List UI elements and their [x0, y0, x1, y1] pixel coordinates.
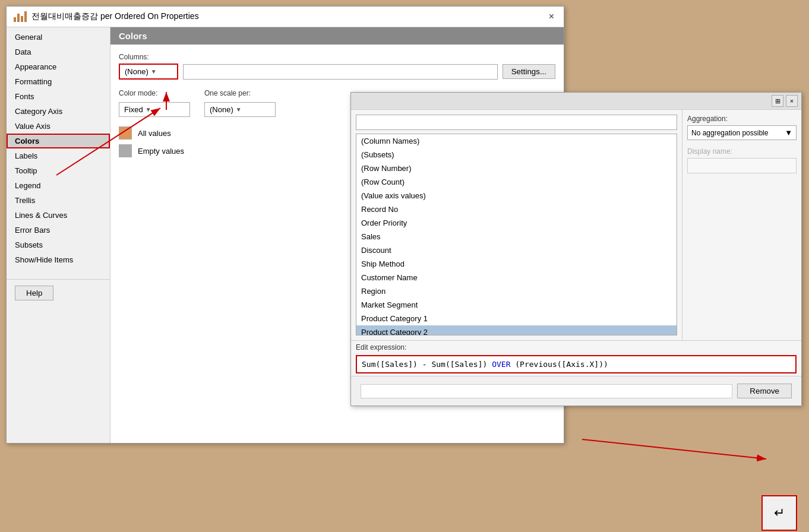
main-dialog-close-button[interactable]: × [546, 11, 557, 22]
display-name-input[interactable] [687, 158, 797, 173]
sidebar-item-fonts[interactable]: Fonts [7, 89, 110, 104]
sidebar-item-colors[interactable]: Colors [7, 134, 110, 148]
colors-section-header: Colors [110, 27, 564, 45]
bar1 [14, 17, 16, 22]
expression-bottom: Remove [356, 380, 797, 402]
list-item[interactable]: Market Segment [356, 298, 677, 312]
all-values-label: All values [138, 129, 171, 138]
list-item[interactable]: Product Category 1 [356, 312, 677, 325]
expr-part3: (Previous([Axis.X])) [510, 360, 608, 369]
sidebar-item-lines-curves[interactable]: Lines & Curves [7, 208, 110, 223]
second-dialog-body: (Column Names) (Subsets) (Row Number) (R… [351, 110, 801, 340]
list-item-selected[interactable]: Product Category 2 [356, 325, 677, 335]
sidebar-item-error-bars[interactable]: Error Bars [7, 223, 110, 238]
second-dialog-titlebar: ⊞ × [351, 93, 801, 110]
sidebar-item-legend[interactable]: Legend [7, 178, 110, 193]
sidebar-item-appearance[interactable]: Appearance [7, 59, 110, 74]
list-item[interactable]: Sales [356, 230, 677, 243]
expression-area: Edit expression: Sum([Sales]) - Sum([Sal… [351, 340, 801, 406]
one-scale-per-section: One scale per: (None) ▼ [204, 89, 276, 117]
empty-values-label: Empty values [138, 147, 184, 156]
none-label: (None) [125, 67, 148, 76]
aggregation-dropdown[interactable]: No aggregation possible ▼ [687, 125, 797, 140]
dropdown-arrow-icon: ▼ [151, 68, 172, 75]
dialog-title: 전월대비매출증감 per Ordered On Properties [31, 11, 199, 22]
nav-panel: General Data Appearance Formatting Fonts… [7, 27, 110, 443]
svg-line-3 [582, 439, 766, 459]
color-mode-dropdown[interactable]: Fixed ▼ [119, 102, 190, 117]
title-left: 전월대비매출증감 per Ordered On Properties [14, 11, 199, 22]
color-mode-value: Fixed [124, 105, 143, 114]
bar4 [24, 11, 27, 22]
settings-button[interactable]: Settings... [503, 64, 555, 79]
enter-button[interactable]: ↵ [761, 495, 797, 531]
columns-label: Columns: [119, 53, 555, 61]
close-icon: × [790, 97, 794, 104]
list-item[interactable]: Record No [356, 202, 677, 216]
sidebar-item-tooltip[interactable]: Tooltip [7, 163, 110, 178]
list-panel: (Column Names) (Subsets) (Row Number) (R… [351, 110, 682, 340]
second-dialog-bottom-bar: Remove [351, 376, 801, 406]
bar2 [17, 14, 20, 22]
one-scale-per-label: One scale per: [204, 89, 276, 97]
color-mode-arrow-icon: ▼ [146, 106, 151, 113]
aggregation-label: Aggregation: [687, 115, 797, 123]
list-item[interactable]: (Column Names) [356, 134, 677, 148]
color-mode-label: Color mode: [119, 89, 190, 97]
sidebar-item-labels[interactable]: Labels [7, 148, 110, 163]
enter-icon: ↵ [774, 505, 785, 521]
sidebar-item-formatting[interactable]: Formatting [7, 74, 110, 89]
list-item[interactable]: Discount [356, 243, 677, 257]
list-item[interactable]: Order Priority [356, 216, 677, 230]
one-scale-per-value: (None) [210, 105, 233, 114]
right-panel: Aggregation: No aggregation possible ▼ D… [682, 110, 801, 340]
remove-button[interactable]: Remove [737, 384, 792, 398]
columns-none-dropdown[interactable]: (None) ▼ [119, 64, 178, 80]
expression-label: Edit expression: [351, 341, 801, 353]
nav-items-list: General Data Appearance Formatting Fonts… [7, 30, 110, 267]
restore-icon: ⊞ [775, 97, 780, 105]
color-mode-section: Color mode: Fixed ▼ [119, 89, 190, 117]
sidebar-item-subsets[interactable]: Subsets [7, 238, 110, 252]
empty-values-swatch[interactable] [119, 144, 132, 157]
sidebar-item-category-axis[interactable]: Category Axis [7, 104, 110, 119]
sidebar-item-general[interactable]: General [7, 30, 110, 45]
expression-box: Sum([Sales]) - Sum([Sales]) OVER (Previo… [356, 355, 797, 373]
restore-button[interactable]: ⊞ [772, 95, 783, 107]
one-scale-per-dropdown[interactable]: (None) ▼ [204, 102, 276, 117]
list-item[interactable]: Region [356, 284, 677, 298]
list-item[interactable]: (Row Number) [356, 162, 677, 175]
expr-over-keyword: OVER [492, 360, 510, 369]
list-search-input[interactable] [356, 115, 677, 130]
list-item[interactable]: (Subsets) [356, 148, 677, 162]
sidebar-item-value-axis[interactable]: Value Axis [7, 119, 110, 134]
expr-part1: Sum([Sales]) - Sum([Sales]) [362, 360, 492, 369]
help-button[interactable]: Help [15, 286, 53, 300]
list-item[interactable]: (Row Count) [356, 175, 677, 189]
sidebar-item-trellis[interactable]: Trellis [7, 193, 110, 208]
chart-icon [14, 11, 27, 22]
list-item[interactable]: (Value axis values) [356, 189, 677, 202]
aggregation-arrow-icon: ▼ [785, 128, 792, 137]
bar3 [21, 16, 23, 22]
expression-text-field[interactable] [361, 384, 732, 398]
all-values-swatch[interactable] [119, 126, 132, 140]
one-scale-per-arrow-icon: ▼ [236, 106, 242, 113]
second-dialog-close-button[interactable]: × [786, 95, 798, 107]
list-item[interactable]: Ship Method [356, 257, 677, 271]
columns-row: (None) ▼ Settings... [119, 64, 555, 80]
sidebar-item-data[interactable]: Data [7, 45, 110, 59]
list-box: (Column Names) (Subsets) (Row Number) (R… [356, 134, 677, 335]
sidebar-item-show-hide-items[interactable]: Show/Hide Items [7, 252, 110, 267]
display-name-label: Display name: [687, 147, 797, 156]
list-item[interactable]: Customer Name [356, 271, 677, 284]
aggregation-value: No aggregation possible [691, 129, 782, 137]
columns-text-field[interactable] [183, 64, 498, 80]
column-picker-dialog: ⊞ × (Column Names) (Subsets) (Row Number… [350, 92, 802, 406]
main-dialog-titlebar: 전월대비매출증감 per Ordered On Properties × [7, 7, 564, 27]
